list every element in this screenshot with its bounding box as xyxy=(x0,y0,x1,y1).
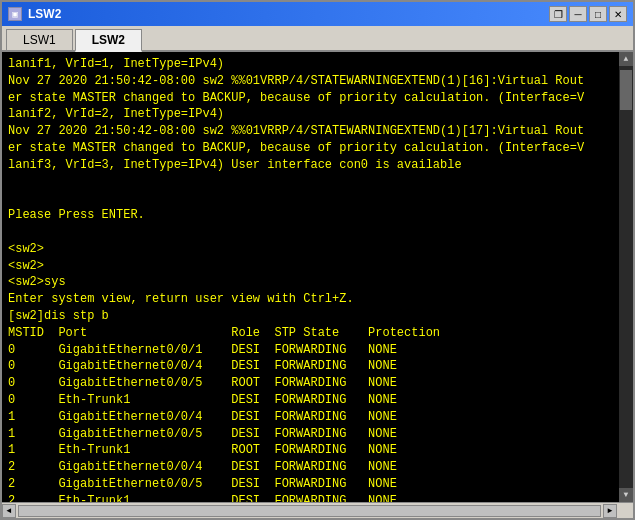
terminal-area[interactable]: lanif1, VrId=1, InetType=IPv4) Nov 27 20… xyxy=(2,52,633,502)
minimize-button[interactable]: ─ xyxy=(569,6,587,22)
tab-lsw2[interactable]: LSW2 xyxy=(75,29,142,52)
close-button[interactable]: ✕ xyxy=(609,6,627,22)
terminal-content: lanif1, VrId=1, InetType=IPv4) Nov 27 20… xyxy=(8,56,627,502)
title-bar: ▣ LSW2 ❐ ─ □ ✕ xyxy=(2,2,633,26)
tab-bar: LSW1 LSW2 xyxy=(2,26,633,52)
scroll-thumb[interactable] xyxy=(620,70,632,110)
maximize-button[interactable]: □ xyxy=(589,6,607,22)
scroll-left-arrow[interactable]: ◄ xyxy=(2,504,16,518)
main-window: ▣ LSW2 ❐ ─ □ ✕ LSW1 LSW2 lanif1, VrId=1,… xyxy=(0,0,635,520)
restore-button[interactable]: ❐ xyxy=(549,6,567,22)
tab-lsw1[interactable]: LSW1 xyxy=(6,29,73,50)
vertical-scrollbar[interactable]: ▲ ▼ xyxy=(619,52,633,502)
title-bar-left: ▣ LSW2 xyxy=(8,7,61,21)
window-title: LSW2 xyxy=(28,7,61,21)
scroll-up-arrow[interactable]: ▲ xyxy=(619,52,633,66)
title-buttons: ❐ ─ □ ✕ xyxy=(549,6,627,22)
window-icon: ▣ xyxy=(8,7,22,21)
bottom-bar: ◄ ► xyxy=(2,502,633,518)
scroll-down-arrow[interactable]: ▼ xyxy=(619,488,633,502)
scroll-right-arrow[interactable]: ► xyxy=(603,504,617,518)
